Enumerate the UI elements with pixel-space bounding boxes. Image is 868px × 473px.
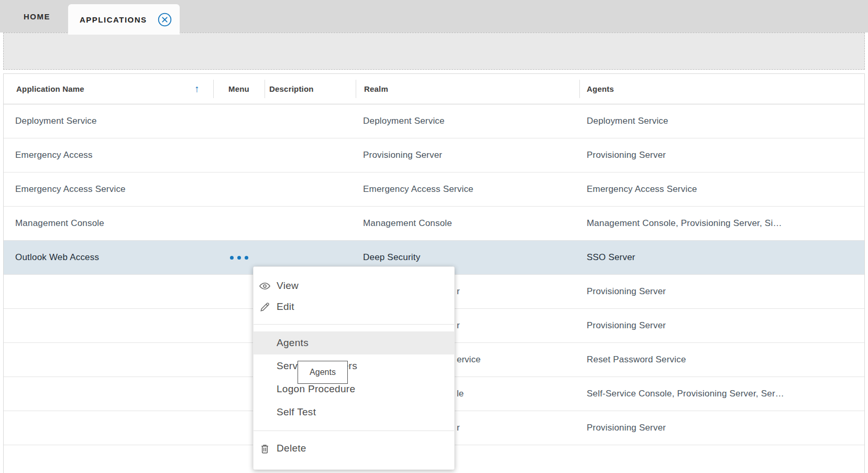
sort-ascending-icon[interactable]: ↑	[194, 83, 200, 95]
cell-agents: Provisioning Server	[579, 138, 864, 172]
realm-text-fragment: r	[457, 411, 460, 445]
cell-agents: Management Console, Provisioning Server,…	[579, 207, 864, 240]
pencil-icon	[259, 301, 271, 313]
cell-agents: SSO Server	[579, 241, 864, 274]
menu-item-label: Delete	[277, 443, 306, 454]
cell-application-name: Deployment Service	[4, 104, 213, 138]
tab-close-button[interactable]	[158, 13, 172, 27]
cell-agents: Deployment Service	[579, 104, 864, 138]
menu-divider	[254, 431, 454, 431]
cell-application-name	[4, 275, 213, 308]
cell-agents: Self-Service Console, Provisioning Serve…	[579, 377, 864, 411]
cell-agents: Provisioning Server	[579, 275, 864, 308]
cell-realm: Management Console	[356, 207, 579, 240]
realm-text-fragment: le	[457, 377, 464, 411]
column-header-label: Application Name	[16, 84, 84, 93]
ellipsis-dot-icon	[237, 256, 241, 260]
cell-application-name: Emergency Access	[4, 138, 213, 172]
column-header-menu[interactable]: Menu	[213, 74, 265, 104]
eye-icon	[259, 280, 271, 292]
cell-application-name	[4, 411, 213, 445]
cell-agents: Reset Password Service	[579, 343, 864, 377]
table-row[interactable]: Management Console Management Console Ma…	[4, 207, 864, 241]
menu-item-edit[interactable]: Edit	[254, 296, 454, 317]
close-circle-icon	[158, 13, 172, 27]
cell-application-name: Emergency Access Service	[4, 173, 213, 206]
table-row[interactable]: Emergency Access Provisioning Server Pro…	[4, 138, 864, 173]
realm-text-fragment: r	[457, 275, 460, 308]
realm-text-fragment: r	[457, 309, 460, 342]
table-row[interactable]: Emergency Access Service Emergency Acces…	[4, 173, 864, 207]
menu-item-self-test[interactable]: Self Test	[254, 401, 454, 424]
tab-bar: HOME APPLICATIONS	[0, 0, 868, 33]
cell-application-name: Outlook Web Access	[4, 241, 213, 274]
cell-application-name: Management Console	[4, 207, 213, 240]
cell-menu	[213, 207, 265, 240]
context-menu: View Edit Agents Service Providers Logon…	[253, 266, 455, 470]
column-header-realm[interactable]: Realm	[356, 74, 579, 104]
tab-applications[interactable]: APPLICATIONS	[68, 4, 180, 35]
table-header-row: Application Name ↑ Menu Description Real…	[4, 74, 864, 104]
cell-realm: Provisioning Server	[356, 138, 579, 172]
ellipsis-dot-icon	[230, 256, 234, 260]
tab-applications-label: APPLICATIONS	[80, 15, 147, 24]
menu-item-service-providers[interactable]: Service Providers	[254, 354, 454, 378]
cell-realm: Emergency Access Service	[356, 173, 579, 206]
cell-description	[265, 104, 356, 138]
menu-item-view[interactable]: View	[254, 275, 454, 296]
agents-tooltip: Agents	[298, 361, 348, 384]
cell-realm: Deployment Service	[356, 104, 579, 138]
cell-menu	[213, 173, 265, 206]
menu-item-label: Edit	[277, 301, 294, 313]
trash-icon	[259, 443, 271, 455]
row-ellipsis-menu-button[interactable]	[228, 253, 250, 263]
menu-item-label: View	[277, 280, 299, 292]
realm-text-fragment: ervice	[457, 343, 480, 377]
cell-application-name	[4, 377, 213, 411]
cell-application-name	[4, 309, 213, 342]
cell-agents: Emergency Access Service	[579, 173, 864, 206]
cell-description	[265, 138, 356, 172]
cell-menu	[213, 138, 265, 172]
menu-item-agents[interactable]: Agents	[254, 331, 454, 354]
table-row[interactable]: Deployment Service Deployment Service De…	[4, 104, 864, 138]
ellipsis-dot-icon	[245, 256, 248, 260]
cell-menu	[213, 104, 265, 138]
column-header-application-name[interactable]: Application Name ↑	[4, 74, 213, 104]
column-header-description[interactable]: Description	[265, 74, 356, 104]
menu-item-logon-procedure[interactable]: Logon Procedure	[254, 378, 454, 401]
tab-home[interactable]: HOME	[10, 0, 63, 33]
menu-item-delete[interactable]: Delete	[254, 438, 454, 459]
cell-description	[265, 173, 356, 206]
column-header-agents[interactable]: Agents	[579, 74, 864, 104]
cell-application-name	[4, 343, 213, 377]
cell-agents: Provisioning Server	[579, 309, 864, 342]
menu-divider	[254, 324, 454, 325]
toolbar-dropzone	[3, 33, 865, 70]
cell-description	[265, 207, 356, 240]
cell-agents: Provisioning Server	[579, 411, 864, 445]
